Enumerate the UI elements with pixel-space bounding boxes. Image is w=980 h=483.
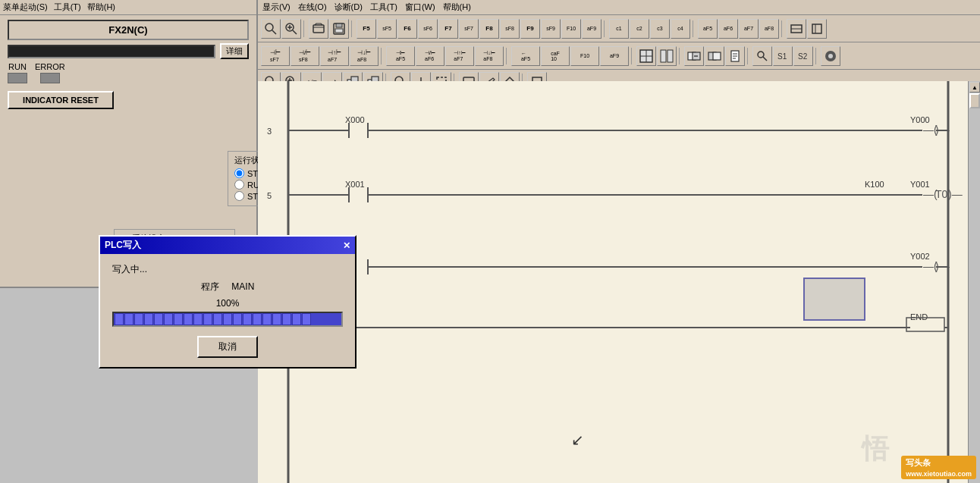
- main-menu-diag[interactable]: 诊断(D): [335, 2, 363, 13]
- dialog-button-row: 取消: [112, 336, 343, 358]
- tb-btn-f8[interactable]: F8: [479, 19, 499, 39]
- tb-btn-af7[interactable]: aF7: [739, 19, 759, 39]
- tb-btn-f9[interactable]: F9: [520, 19, 540, 39]
- logo-area: 写头条 www.xietoutiao.com: [901, 456, 976, 479]
- seg5: [154, 313, 163, 325]
- menu-tools[interactable]: 工具(T): [54, 2, 81, 13]
- status-display: [8, 45, 215, 58]
- dialog-title-bar[interactable]: PLC写入 ✕: [100, 237, 355, 254]
- main-menu-window[interactable]: 窗口(W): [405, 2, 435, 13]
- left-menu-bar: 菜单起动(S) 工具(T) 帮助(H): [0, 0, 256, 15]
- indicator-reset-button[interactable]: INDICATOR RESET: [8, 91, 114, 109]
- status-bar: 详细: [8, 43, 249, 59]
- tb-sep-3: [604, 20, 607, 37]
- scrollbar-thumb[interactable]: [969, 93, 980, 108]
- seg17: [272, 313, 281, 325]
- tb-4hf-af7[interactable]: ⊣↑⊢aF7: [320, 46, 349, 66]
- tb-grid1[interactable]: [636, 46, 656, 66]
- svg-text:S1: S1: [777, 52, 787, 61]
- plc-write-dialog: PLC写入 ✕ 写入中... 程序 MAIN 100%: [99, 235, 357, 369]
- tb-btn-sf8[interactable]: sF8: [500, 19, 520, 39]
- tb-btn-af6[interactable]: aF6: [718, 19, 738, 39]
- main-menu-bar: 显示(V) 在线(O) 诊断(D) 工具(T) 窗口(W) 帮助(H): [258, 0, 980, 15]
- tb-grid2[interactable]: [657, 46, 677, 66]
- tb-btn-save[interactable]: [329, 19, 349, 39]
- toolbar-2: ⊣⊢sF7 ⊣/⊢sF8 ⊣↑⊢aF7 ⊣↓⊢aF8 ⊣⊢aF5 ⊣/⊢aF6 …: [258, 42, 980, 70]
- tb-btn-zoom[interactable]: [261, 19, 281, 39]
- tb-btn-misc2[interactable]: [807, 19, 827, 39]
- tb-af6-label[interactable]: ⊣/⊢aF6: [416, 46, 444, 66]
- seg19: [292, 313, 301, 325]
- svg-text:5: 5: [267, 191, 272, 200]
- tb2-sep-4: [679, 48, 682, 64]
- tb-btn-f7[interactable]: F7: [438, 19, 458, 39]
- tb-af8-label[interactable]: ⊣↓⊢aF8: [475, 46, 504, 66]
- tb-btn-c1[interactable]: c1: [609, 19, 629, 39]
- seg12: [223, 313, 232, 325]
- tb-sep-5: [781, 20, 784, 37]
- tb-btn-misc[interactable]: [787, 19, 806, 39]
- svg-rect-12: [812, 24, 821, 33]
- tb-transfer1[interactable]: [684, 46, 704, 66]
- tb-btn-af9[interactable]: aF9: [582, 19, 602, 39]
- tb-btn-sf6[interactable]: sF6: [418, 19, 438, 39]
- tb-s1[interactable]: S1: [773, 46, 793, 66]
- main-menu-help[interactable]: 帮助(H): [443, 2, 471, 13]
- tb-btn-f5[interactable]: F5: [357, 19, 376, 39]
- tb-s2[interactable]: S2: [793, 46, 813, 66]
- menu-start[interactable]: 菜单起动(S): [3, 2, 48, 13]
- watermark: 悟: [862, 431, 889, 468]
- seg20: [302, 313, 311, 325]
- seg10: [203, 313, 212, 325]
- tb-4hr-af8[interactable]: ⊣↓⊢aF8: [350, 46, 378, 66]
- tb-btn-c3[interactable]: c3: [650, 19, 670, 39]
- tb-btn-f10[interactable]: F10: [561, 19, 581, 39]
- tb-f10-btn[interactable]: F10: [570, 46, 599, 66]
- main-menu-online[interactable]: 在线(O): [298, 2, 327, 13]
- tb-transfer2[interactable]: [705, 46, 724, 66]
- seg8: [184, 313, 193, 325]
- svg-rect-6: [313, 25, 324, 33]
- tb-af5-label[interactable]: ⊣⊢aF5: [386, 46, 415, 66]
- main-menu-display[interactable]: 显示(V): [262, 2, 291, 13]
- program-text: 程序: [201, 281, 219, 292]
- tb-btn-open[interactable]: [309, 19, 328, 39]
- scrollbar-up-arrow[interactable]: ▲: [969, 82, 980, 93]
- dialog-title-text: PLC写入: [105, 239, 141, 252]
- seg7: [174, 313, 183, 325]
- radio-stop-input[interactable]: [234, 168, 244, 178]
- radio-run-input[interactable]: [234, 180, 244, 190]
- tb-btn-f6[interactable]: F6: [397, 19, 417, 39]
- main-menu-tools[interactable]: 工具(T): [370, 2, 397, 13]
- tb-btn-af8[interactable]: aF8: [759, 19, 779, 39]
- tb-af9-2[interactable]: aF9: [600, 46, 629, 66]
- menu-help[interactable]: 帮助(H): [87, 2, 115, 13]
- tb-btn-af5[interactable]: aF5: [698, 19, 718, 39]
- progress-bar-fill: [114, 313, 341, 325]
- tb-clipboard[interactable]: [725, 46, 745, 66]
- svg-line-3: [293, 30, 297, 34]
- cancel-button[interactable]: 取消: [197, 336, 258, 358]
- tb-btn-c4[interactable]: c4: [671, 19, 690, 39]
- plc-title: FX2N(C): [8, 20, 249, 40]
- ladder-diagram: 3 X000 Y000 —( )— 5 X001 K100: [258, 81, 966, 483]
- tb-btn-sf9[interactable]: sF9: [541, 19, 561, 39]
- tb-search[interactable]: [752, 46, 772, 66]
- tb-btn-sf5[interactable]: sF5: [377, 19, 397, 39]
- tb-btn-zoom2[interactable]: [281, 19, 301, 39]
- detail-button[interactable]: 详细: [220, 43, 249, 59]
- tb-btn-sf7[interactable]: sF7: [459, 19, 479, 39]
- tb-af7-label[interactable]: ⊣↑⊢aF7: [445, 46, 474, 66]
- vertical-scrollbar[interactable]: ▲: [968, 81, 980, 483]
- tb-record[interactable]: [821, 46, 840, 66]
- tb-sf8-label[interactable]: ⊣/⊢sF8: [291, 46, 319, 66]
- svg-line-29: [763, 57, 767, 61]
- run-error-indicators: RUN ERROR: [8, 62, 249, 83]
- radio-steprun-input[interactable]: [234, 191, 244, 201]
- seg18: [282, 313, 291, 325]
- tb-af5-2[interactable]: ←aF5: [511, 46, 540, 66]
- tb-caF10[interactable]: caF10: [541, 46, 570, 66]
- tb-btn-c2[interactable]: c2: [630, 19, 649, 39]
- dialog-close-icon[interactable]: ✕: [343, 240, 350, 251]
- tb-sf7-label[interactable]: ⊣⊢sF7: [261, 46, 290, 66]
